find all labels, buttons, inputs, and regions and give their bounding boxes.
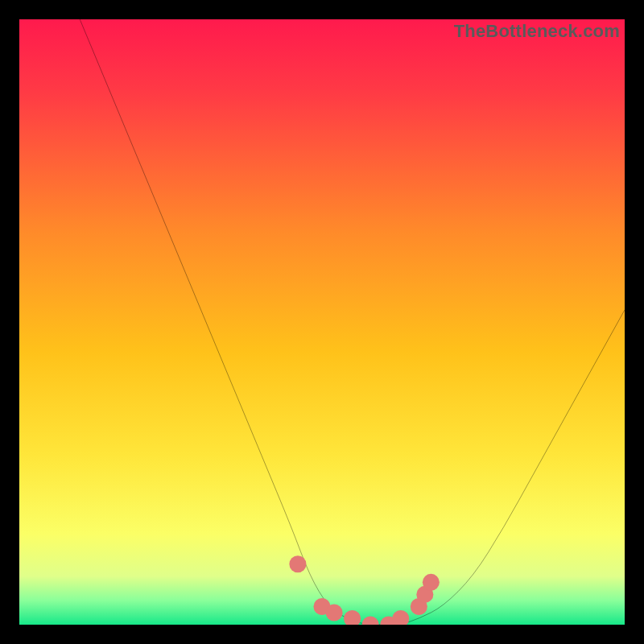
- curve-marker: [362, 616, 379, 625]
- curve-marker: [344, 610, 361, 625]
- bottleneck-curve: [19, 19, 625, 625]
- watermark-text: TheBottleneck.com: [454, 21, 620, 42]
- chart-frame: TheBottleneck.com: [19, 19, 625, 625]
- curve-marker: [423, 574, 440, 591]
- curve-path: [80, 19, 625, 625]
- curve-marker: [392, 610, 409, 625]
- curve-marker: [289, 555, 306, 572]
- curve-marker: [326, 604, 343, 621]
